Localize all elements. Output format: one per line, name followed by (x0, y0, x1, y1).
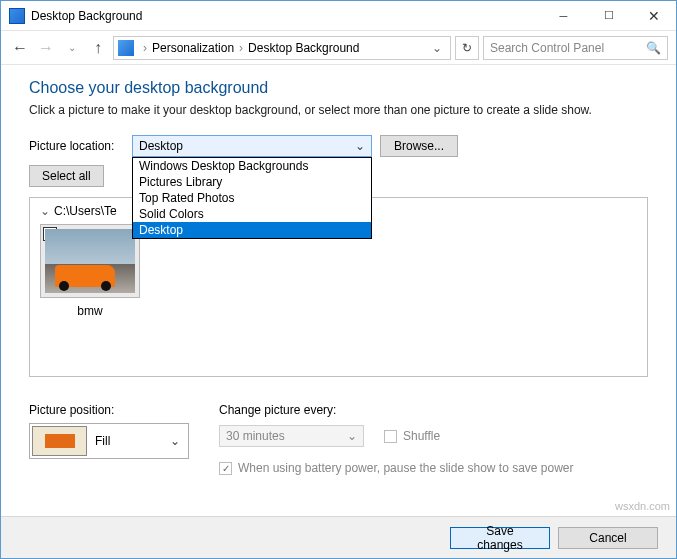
back-arrow-icon[interactable]: ← (9, 37, 31, 59)
battery-label: When using battery power, pause the slid… (238, 461, 574, 475)
shuffle-label: Shuffle (403, 429, 440, 443)
chevron-down-icon: ⌄ (170, 434, 180, 448)
location-option-selected[interactable]: Desktop (133, 222, 371, 238)
picture-position-label: Picture position: (29, 403, 189, 417)
change-interval-label: Change picture every: (219, 403, 574, 417)
search-input[interactable]: Search Control Panel 🔍 (483, 36, 668, 60)
page-description: Click a picture to make it your desktop … (29, 103, 648, 117)
up-arrow-icon[interactable]: ↑ (87, 37, 109, 59)
chevron-down-icon: ⌄ (355, 139, 365, 153)
nav-bar: ← → ⌄ ↑ › Personalization › Desktop Back… (1, 31, 676, 65)
picture-position-select[interactable]: Fill ⌄ (29, 423, 189, 459)
location-option[interactable]: Top Rated Photos (133, 190, 371, 206)
picture-location-dropdown: Windows Desktop Backgrounds Pictures Lib… (132, 157, 372, 239)
breadcrumb[interactable]: › Personalization › Desktop Background ⌄ (113, 36, 451, 60)
footer: Save changes Cancel (1, 516, 676, 558)
maximize-button[interactable]: ☐ (586, 1, 631, 30)
content-area: Choose your desktop background Click a p… (1, 65, 676, 387)
page-heading: Choose your desktop background (29, 79, 648, 97)
chevron-down-icon[interactable]: ⌄ (432, 41, 446, 55)
picture-location-combo[interactable]: Desktop ⌄ Windows Desktop Backgrounds Pi… (132, 135, 372, 157)
forward-arrow-icon: → (35, 37, 57, 59)
close-button[interactable]: ✕ (631, 1, 676, 30)
thumbnail-label: bmw (40, 298, 140, 320)
watermark: wsxdn.com (615, 500, 670, 512)
refresh-button[interactable]: ↻ (455, 36, 479, 60)
recent-dropdown-icon[interactable]: ⌄ (61, 37, 83, 59)
chevron-right-icon: › (140, 41, 150, 55)
save-changes-button[interactable]: Save changes (450, 527, 550, 549)
control-panel-icon (118, 40, 134, 56)
breadcrumb-item[interactable]: Desktop Background (248, 41, 359, 55)
location-option[interactable]: Pictures Library (133, 174, 371, 190)
title-bar: Desktop Background ─ ☐ ✕ (1, 1, 676, 31)
position-preview-icon (32, 426, 87, 456)
bottom-controls: Picture position: Fill ⌄ Change picture … (1, 387, 676, 475)
picture-location-label: Picture location: (29, 139, 124, 153)
battery-checkbox: ✓ (219, 462, 232, 475)
change-interval-value: 30 minutes (226, 429, 285, 443)
picture-location-value: Desktop (139, 139, 183, 153)
chevron-right-icon: › (236, 41, 246, 55)
chevron-down-icon: ⌄ (40, 204, 50, 218)
thumbnail-image (45, 229, 135, 293)
window-title: Desktop Background (31, 9, 541, 23)
location-option[interactable]: Windows Desktop Backgrounds (133, 158, 371, 174)
cancel-button[interactable]: Cancel (558, 527, 658, 549)
minimize-button[interactable]: ─ (541, 1, 586, 30)
shuffle-checkbox (384, 430, 397, 443)
search-icon: 🔍 (646, 41, 661, 55)
picture-position-value: Fill (95, 434, 110, 448)
change-interval-select: 30 minutes ⌄ (219, 425, 364, 447)
search-placeholder: Search Control Panel (490, 41, 604, 55)
location-option[interactable]: Solid Colors (133, 206, 371, 222)
select-all-button[interactable]: Select all (29, 165, 104, 187)
folder-path: C:\Users\Te (54, 204, 117, 218)
browse-button[interactable]: Browse... (380, 135, 458, 157)
chevron-down-icon: ⌄ (347, 429, 357, 443)
breadcrumb-item[interactable]: Personalization (152, 41, 234, 55)
picture-thumbnail[interactable]: ✓ bmw (40, 224, 140, 320)
app-icon (9, 8, 25, 24)
